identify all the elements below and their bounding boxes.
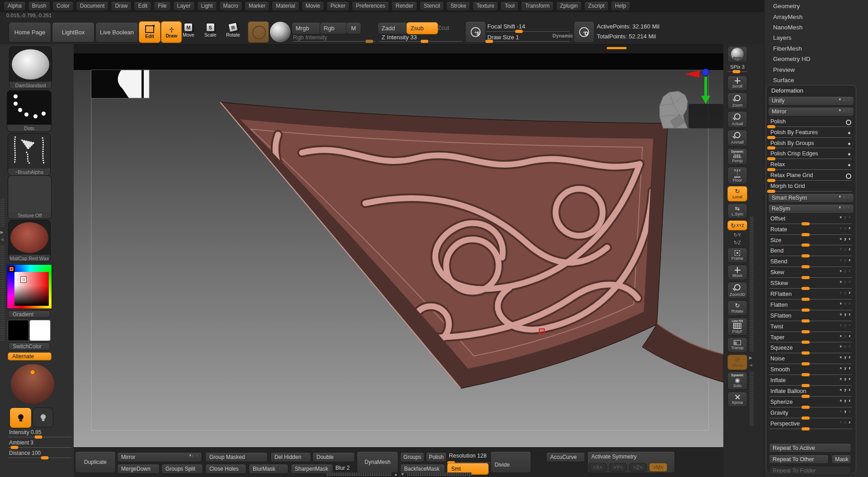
skew-track[interactable] (769, 277, 852, 278)
secondary-color-swatch[interactable] (29, 320, 51, 341)
perspective-track[interactable] (769, 429, 852, 429)
relax-plane-grid-track[interactable] (769, 180, 852, 181)
shelf-rotate-button[interactable]: ↻Rotate (727, 300, 747, 316)
left-tray-divider[interactable] (0, 199, 5, 227)
live-boolean-button[interactable]: Live Boolean (95, 22, 138, 42)
radio-dot-icon[interactable] (848, 143, 850, 145)
sflatten-slider-label[interactable]: SFlatten (770, 313, 792, 319)
deformation-rflatten[interactable]: RFlattenx y z (768, 290, 854, 301)
spix-slider-label[interactable]: SPix 3 (727, 64, 748, 70)
menu-item-macro[interactable]: Macro (219, 1, 242, 11)
menu-item-file[interactable]: File (154, 1, 170, 11)
symmetry-m-button[interactable]: >M< (649, 463, 667, 472)
dynamic-mode-toggle[interactable]: Dynamic (552, 33, 573, 38)
offset-track[interactable] (769, 224, 852, 224)
alternate-button[interactable]: Alternate (8, 352, 52, 360)
switchcolor-button[interactable]: SwitchColor (8, 342, 50, 351)
shelf-move-button[interactable]: Move (727, 265, 747, 280)
size-slider-label[interactable]: Size (770, 237, 781, 243)
subpalette-arraymesh[interactable]: ArrayMesh (764, 11, 868, 22)
resym-button[interactable]: ReSymx y z (768, 204, 854, 214)
xyz-axis-badge[interactable]: x y z (840, 399, 851, 402)
sskew-slider-label[interactable]: SSkew (770, 280, 788, 286)
polish-by-groups-track[interactable] (769, 148, 852, 148)
deformation-smooth[interactable]: Smoothx y z (768, 365, 854, 376)
shelf-lsym-button[interactable]: ⇆L.Sym (727, 203, 747, 219)
polish-slider-label[interactable]: Polish (770, 118, 786, 125)
xyz-axis-badge[interactable]: x y z (840, 258, 851, 262)
groups-split-button[interactable]: Groups Split (161, 464, 203, 474)
tray-down-icon[interactable]: ▼ (401, 472, 405, 477)
deformation-flatten[interactable]: Flattenx y z (768, 301, 854, 312)
flatten-track[interactable] (769, 310, 852, 310)
sbend-track[interactable] (769, 267, 852, 267)
deformation-title[interactable]: Deformation (766, 85, 856, 95)
m-button[interactable]: M (346, 22, 361, 34)
bend-track[interactable] (769, 256, 852, 256)
deformation-resym[interactable]: ReSymx y z (768, 204, 854, 215)
shelf-floor-button[interactable]: x y z↓Floor (727, 167, 747, 184)
menu-item-texture[interactable]: Texture (472, 1, 498, 11)
menu-item-color[interactable]: Color (52, 1, 74, 11)
radio-dot-icon[interactable] (848, 132, 850, 134)
shelf-transp-button[interactable]: Transp (727, 337, 747, 353)
menu-item-document[interactable]: Document (76, 1, 109, 11)
deformation-offset[interactable]: Offsetx y z (768, 215, 854, 225)
xyz-axis-badge[interactable]: x y z (840, 421, 851, 424)
current-brush-button[interactable] (248, 21, 269, 43)
menu-item-alpha[interactable]: Alpha (4, 1, 26, 11)
twist-handle[interactable] (802, 330, 810, 333)
menu-item-edit[interactable]: Edit (134, 1, 151, 11)
deformation-relax-plane-grid[interactable]: Relax Plane Grid (768, 171, 854, 182)
xyz-axis-badge[interactable]: x y z (839, 206, 850, 209)
tray-collapse-icon[interactable]: ◀ (749, 363, 752, 367)
xyz-axis-badge[interactable]: x y z (840, 377, 851, 380)
repeat-to-active-button[interactable]: Repeat To Active (769, 443, 851, 453)
mirror-button[interactable]: Mirror xy z (117, 452, 202, 462)
subpalette-geometry-hd[interactable]: Geometry HD (764, 54, 868, 64)
squeeze-handle[interactable] (802, 351, 810, 355)
deformation-mirror[interactable]: Mirrorx y z (768, 107, 854, 117)
z-intensity-slider-label[interactable]: Z Intensity 33 (382, 34, 417, 41)
deformation-twist[interactable]: Twistx y z (768, 323, 854, 333)
sv-square[interactable] (14, 272, 49, 306)
rflatten-handle[interactable] (802, 298, 810, 301)
deformation-inflate-balloon[interactable]: Inflate Balloonx y z (768, 387, 854, 398)
squeeze-track[interactable] (769, 353, 852, 353)
gradient-button[interactable]: Gradient (8, 310, 50, 318)
twist-track[interactable] (769, 332, 852, 332)
viewport-canvas[interactable] (74, 53, 723, 447)
move-button[interactable]: M Move (183, 23, 194, 37)
bottom-tray-divider[interactable]: ▲▼ (327, 472, 472, 477)
xyz-axis-badge[interactable]: x y z (839, 108, 850, 112)
menu-item-stroke[interactable]: Stroke (446, 1, 470, 11)
del-hidden-button[interactable]: Del Hidden (270, 452, 311, 462)
light-1-toggle[interactable] (9, 407, 32, 428)
double-button[interactable]: Double (312, 452, 355, 462)
focal-shift-track[interactable] (486, 31, 570, 32)
rgb-intensity-track[interactable] (293, 41, 375, 42)
shelf-rotate-y-button[interactable]: ↻Y (727, 232, 747, 238)
distance-handle[interactable] (41, 456, 49, 459)
accucurve-button[interactable]: AccuCurve (546, 452, 585, 462)
shelf-persp-button[interactable]: DynamicPersp (727, 148, 747, 165)
ambient-handle[interactable] (11, 446, 19, 449)
z-intensity-track[interactable] (379, 41, 462, 42)
repeat-to-other-button[interactable]: Repeat To Other (769, 454, 829, 464)
shelf-zoom-button[interactable]: Zoom (727, 93, 747, 109)
xyz-axis-badge[interactable]: x y z (840, 345, 851, 348)
current-brush-thumbnail[interactable]: DamStandard (9, 47, 52, 89)
skew-slider-label[interactable]: Skew (770, 269, 784, 276)
ambient-track[interactable] (8, 447, 71, 448)
size-handle[interactable] (802, 243, 810, 247)
menu-item-render[interactable]: Render (392, 1, 417, 11)
sskew-track[interactable] (769, 288, 852, 289)
taper-handle[interactable] (802, 341, 810, 344)
rotate-track[interactable] (769, 234, 852, 235)
polish-by-features-track[interactable] (769, 137, 852, 138)
menu-item-zscript[interactable]: Zscript (584, 1, 609, 11)
deformation-skew[interactable]: Skewx y z (768, 268, 854, 279)
xyz-axis-badge[interactable]: x y z (840, 226, 851, 229)
menu-item-layer[interactable]: Layer (173, 1, 195, 11)
menu-item-draw[interactable]: Draw (111, 1, 132, 11)
